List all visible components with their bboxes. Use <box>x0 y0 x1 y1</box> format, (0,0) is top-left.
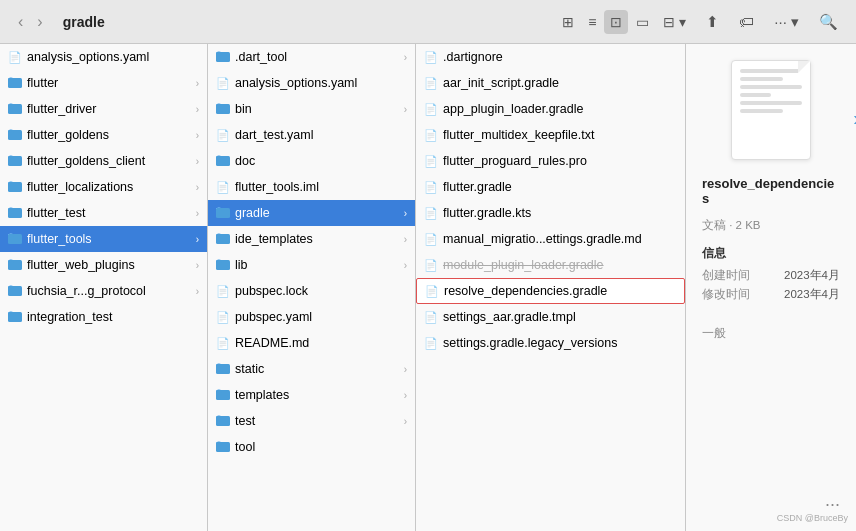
list-item[interactable]: 📄module_plugin_loader.gradle <box>416 252 685 278</box>
back-button[interactable]: ‹ <box>12 9 29 35</box>
list-item[interactable]: 📄flutter_multidex_keepfile.txt <box>416 122 685 148</box>
file-name: ide_templates <box>235 232 400 246</box>
chevron-right-icon: › <box>404 416 407 427</box>
list-item[interactable]: 📄flutter_proguard_rules.pro <box>416 148 685 174</box>
more-indicator: 一般 <box>702 327 726 339</box>
list-item[interactable]: .dart_tool› <box>208 44 415 70</box>
file-name: settings.gradle.legacy_versions <box>443 336 677 350</box>
file-name: analysis_options.yaml <box>27 50 199 64</box>
list-item[interactable]: gradle› <box>208 200 415 226</box>
file-name: module_plugin_loader.gradle <box>443 258 677 272</box>
folder-icon <box>216 362 230 377</box>
view-column-btn[interactable]: ⊡ <box>604 10 628 34</box>
list-item[interactable]: 📄settings_aar.gradle.tmpl <box>416 304 685 330</box>
list-item[interactable]: 📄analysis_options.yaml <box>0 44 207 70</box>
folder-icon <box>8 180 22 195</box>
list-item[interactable]: 📄resolve_dependencies.gradle <box>416 278 685 304</box>
chevron-right-icon: › <box>196 182 199 193</box>
svg-rect-25 <box>216 156 222 159</box>
view-grid-btn[interactable]: ⊞ <box>556 10 580 34</box>
list-item[interactable]: lib› <box>208 252 415 278</box>
file-name: static <box>235 362 400 376</box>
list-item[interactable]: 📄pubspec.yaml <box>208 304 415 330</box>
list-item[interactable]: flutter_localizations› <box>0 174 207 200</box>
list-item[interactable]: 📄dart_test.yaml <box>208 122 415 148</box>
file-name: flutter.gradle <box>443 180 677 194</box>
list-item[interactable]: flutter_web_plugins› <box>0 252 207 278</box>
list-item[interactable]: flutter› <box>0 70 207 96</box>
chevron-right-icon: › <box>404 52 407 63</box>
list-item[interactable]: flutter_tools› <box>0 226 207 252</box>
list-item[interactable]: flutter_goldens_client› <box>0 148 207 174</box>
file-icon: 📄 <box>216 129 230 142</box>
list-item[interactable]: 📄aar_init_script.gradle <box>416 70 685 96</box>
chevron-right-icon: › <box>404 208 407 219</box>
svg-rect-39 <box>216 442 222 445</box>
svg-rect-21 <box>216 52 222 55</box>
search-button[interactable]: 🔍 <box>813 9 844 35</box>
panel-3: 📄.dartignore📄aar_init_script.gradle📄app_… <box>416 44 686 531</box>
list-item[interactable]: tool <box>208 434 415 460</box>
svg-rect-37 <box>216 416 222 419</box>
file-name: flutter_driver <box>27 102 192 116</box>
preview-line-1 <box>740 69 802 73</box>
list-item[interactable]: flutter_test› <box>0 200 207 226</box>
view-gallery-btn[interactable]: ▭ <box>630 10 655 34</box>
chevron-right-icon: › <box>196 130 199 141</box>
folder-icon <box>216 102 230 117</box>
file-name: bin <box>235 102 400 116</box>
list-item[interactable]: 📄settings.gradle.legacy_versions <box>416 330 685 356</box>
view-group-btn[interactable]: ⊟ ▾ <box>657 10 692 34</box>
list-item[interactable]: 📄manual_migratio...ettings.gradle.md <box>416 226 685 252</box>
list-item[interactable]: 📄flutter.gradle.kts <box>416 200 685 226</box>
tag-button[interactable]: 🏷 <box>733 9 760 34</box>
list-item[interactable]: bin› <box>208 96 415 122</box>
svg-rect-17 <box>8 286 14 289</box>
file-name: fuchsia_r...g_protocol <box>27 284 192 298</box>
chevron-right-icon: › <box>196 208 199 219</box>
file-name: README.md <box>235 336 407 350</box>
folder-icon <box>8 154 22 169</box>
file-name: flutter_proguard_rules.pro <box>443 154 677 168</box>
chevron-right-icon: › <box>404 364 407 375</box>
view-list-btn[interactable]: ≡ <box>582 10 602 34</box>
list-item[interactable]: 📄analysis_options.yaml <box>208 70 415 96</box>
list-item[interactable]: flutter_driver› <box>0 96 207 122</box>
list-item[interactable]: doc <box>208 148 415 174</box>
file-icon: 📄 <box>424 155 438 168</box>
file-name: flutter_localizations <box>27 180 192 194</box>
list-item[interactable]: flutter_goldens› <box>0 122 207 148</box>
svg-rect-15 <box>8 260 14 263</box>
list-item[interactable]: 📄flutter_tools.iml <box>208 174 415 200</box>
more-button[interactable]: ··· ▾ <box>768 9 805 35</box>
list-item[interactable]: fuchsia_r...g_protocol› <box>0 278 207 304</box>
svg-rect-5 <box>8 130 14 133</box>
list-item[interactable]: 📄app_plugin_loader.gradle <box>416 96 685 122</box>
list-item[interactable]: test› <box>208 408 415 434</box>
share-button[interactable]: ⬆ <box>700 9 725 35</box>
list-item[interactable]: integration_test <box>0 304 207 330</box>
chevron-right-icon: › <box>404 234 407 245</box>
file-icon: 📄 <box>216 77 230 90</box>
toolbar: ‹ › gradle ⊞ ≡ ⊡ ▭ ⊟ ▾ ⬆ 🏷 ··· ▾ 🔍 <box>0 0 856 44</box>
list-item[interactable]: 📄pubspec.lock <box>208 278 415 304</box>
file-name: flutter_multidex_keepfile.txt <box>443 128 677 142</box>
panel-1: 📄analysis_options.yamlflutter›flutter_dr… <box>0 44 208 531</box>
list-item[interactable]: ide_templates› <box>208 226 415 252</box>
preview-more-button[interactable]: ··· <box>825 494 840 515</box>
main-content: 📄analysis_options.yamlflutter›flutter_dr… <box>0 44 856 531</box>
file-icon: 📄 <box>424 311 438 324</box>
file-name: dart_test.yaml <box>235 128 407 142</box>
list-item[interactable]: 📄.dartignore <box>416 44 685 70</box>
file-icon: 📄 <box>425 285 439 298</box>
panel-2: .dart_tool›📄analysis_options.yamlbin›📄da… <box>208 44 416 531</box>
preview-info-label: 信息 <box>702 245 840 262</box>
forward-button[interactable]: › <box>31 9 48 35</box>
list-item[interactable]: static› <box>208 356 415 382</box>
list-item[interactable]: 📄flutter.gradle <box>416 174 685 200</box>
folder-icon <box>8 232 22 247</box>
breadcrumb-title: gradle <box>63 14 551 30</box>
list-item[interactable]: 📄README.md <box>208 330 415 356</box>
list-item[interactable]: templates› <box>208 382 415 408</box>
svg-rect-23 <box>216 104 222 107</box>
